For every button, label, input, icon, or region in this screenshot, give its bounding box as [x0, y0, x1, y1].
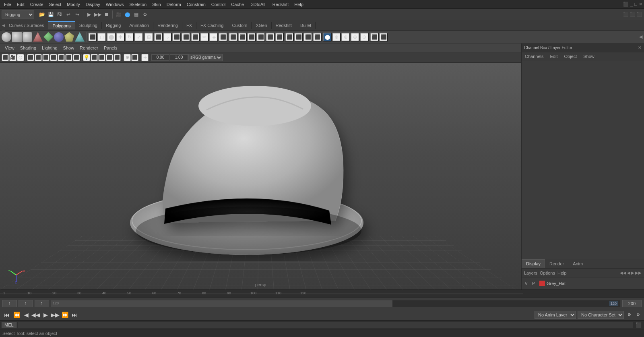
tb2-crease[interactable]: ⬛ — [219, 33, 227, 41]
gamma-input1[interactable] — [151, 54, 169, 61]
tb2-camera[interactable]: ⬤ — [323, 33, 332, 41]
vp-tb-uv[interactable]: ⬛ — [50, 54, 57, 61]
tb2-move[interactable]: ✚ — [116, 33, 125, 41]
cylinder-shader[interactable] — [23, 32, 32, 42]
tb2-fill[interactable]: ⬛ — [182, 33, 190, 41]
layer-visibility[interactable]: V — [525, 281, 530, 286]
window-close[interactable]: ✕ — [639, 2, 642, 7]
vp-menu-lighting[interactable]: Lighting — [39, 45, 60, 51]
mel-button[interactable]: MEL — [2, 322, 17, 328]
dra-tab-anim[interactable]: Anim — [568, 259, 587, 268]
vp-tb-ao[interactable]: ⬛ — [98, 54, 105, 61]
anim-step-fwd[interactable]: ▶▶ — [51, 311, 60, 319]
tb2-reduce[interactable]: ⬛ — [275, 33, 284, 41]
render-seq-btn[interactable]: ▦ — [132, 10, 140, 19]
tab-polygons[interactable]: Polygons — [48, 21, 75, 29]
open-file-btn[interactable]: 📂 — [38, 10, 46, 19]
right-icon-1[interactable]: ◀ — [639, 34, 642, 39]
tb2-paint[interactable]: ⬤ — [107, 33, 116, 41]
options-btn[interactable]: Options — [540, 271, 555, 275]
redo-btn[interactable]: ↪ — [73, 10, 81, 19]
vp-tb-motion[interactable]: ⬛ — [106, 54, 113, 61]
tb2-retopo[interactable]: ⬛ — [256, 33, 265, 41]
tb2-combine[interactable]: ⊞ — [144, 33, 153, 41]
script-icon[interactable]: ⬛ — [634, 321, 642, 329]
render-options-btn[interactable]: ⚙ — [141, 10, 149, 19]
render-settings-btn[interactable]: 🎥 — [114, 10, 122, 19]
vp-tb-lit[interactable]: ⬛ — [42, 54, 50, 61]
layer-arr2[interactable]: ◀ — [627, 271, 630, 275]
vp-tb-dof[interactable]: ⬛ — [114, 54, 121, 61]
tab-rigging[interactable]: Rigging — [102, 22, 125, 29]
dra-tab-render[interactable]: Render — [545, 259, 568, 268]
anim-next-key[interactable]: ⏩ — [60, 311, 69, 319]
tb2-smooth[interactable]: ⬛ — [238, 33, 247, 41]
menu-constrain[interactable]: Constrain — [184, 1, 208, 8]
tb2-icon-b[interactable]: ⬛ — [379, 33, 388, 41]
tb2-xray[interactable]: ⊙ — [360, 33, 369, 41]
mel-input[interactable] — [18, 322, 633, 328]
layer-color-swatch[interactable] — [539, 281, 545, 286]
tab-animation[interactable]: Animation — [125, 22, 153, 29]
tb2-snap[interactable]: ⊕ — [332, 33, 341, 41]
top-right-icon2[interactable]: ⬛ — [630, 12, 636, 17]
menu-create[interactable]: Create — [28, 1, 46, 8]
layer-arr1[interactable]: ◀◀ — [620, 271, 626, 275]
vp-tb-wireframe[interactable]: ⬛ — [27, 54, 34, 61]
tab-sculpting[interactable]: Sculpting — [75, 22, 102, 29]
vp-tb-xray[interactable]: ⬛ — [58, 54, 65, 61]
window-maximize[interactable]: □ — [634, 2, 637, 7]
tb2-grid[interactable]: ⊕ — [341, 33, 350, 41]
tab-fx-caching[interactable]: FX Caching — [196, 22, 228, 29]
torus-shader[interactable] — [54, 32, 64, 42]
menu-display[interactable]: Display — [83, 1, 103, 8]
tab-bullet[interactable]: Bullet — [296, 22, 316, 29]
vp-tb-manip[interactable]: ✛ — [141, 54, 149, 61]
anim-settings2[interactable]: ⚙ — [634, 311, 642, 319]
tb2-sym1[interactable]: ⬛ — [285, 33, 294, 41]
menu-skeleton[interactable]: Skeleton — [127, 1, 149, 8]
render-btn[interactable]: ⬤ — [123, 10, 131, 19]
dra-tab-display[interactable]: Display — [522, 259, 545, 268]
anim-goto-start[interactable]: ⏮ — [2, 311, 11, 319]
tb2-loopcut[interactable]: ✏ — [200, 33, 209, 41]
vp-tb-xray2[interactable]: ⬛ — [65, 54, 72, 61]
playback-end[interactable] — [622, 300, 642, 307]
anim-prev-key[interactable]: ⏪ — [12, 311, 21, 319]
layer-name[interactable]: Grey_Hat — [547, 281, 566, 286]
funnel-shader[interactable] — [64, 32, 74, 42]
vp-tb-isolate[interactable]: ⬛ — [131, 54, 138, 61]
cb-tab-show[interactable]: Show — [580, 52, 598, 61]
layer-arr3[interactable]: ▶ — [631, 271, 634, 275]
vp-tb-select[interactable]: ⬛ — [2, 54, 9, 61]
tb2-sym3[interactable]: ⬛ — [303, 33, 312, 41]
vp-tb-xray3[interactable]: ⬛ — [73, 54, 80, 61]
help-btn[interactable]: Help — [557, 271, 567, 275]
vp-tb-light[interactable]: 💡 — [83, 54, 90, 61]
channel-box-close-btn[interactable]: ✕ — [638, 45, 642, 50]
menu-help[interactable]: Help — [292, 1, 306, 8]
menu-select[interactable]: Select — [47, 1, 64, 8]
no-anim-layer-dropdown[interactable]: No Anim Layer — [535, 311, 576, 319]
cb-tab-channels[interactable]: Channels — [522, 52, 547, 61]
no-char-set-dropdown[interactable]: No Character Set — [578, 311, 624, 319]
cone-shader[interactable] — [33, 32, 43, 42]
anim-play[interactable]: ▶ — [41, 311, 50, 319]
layers-btn[interactable]: Layers — [524, 271, 537, 275]
vp-tb-smooth[interactable]: ⬛ — [35, 54, 42, 61]
gamma-input2[interactable] — [170, 54, 188, 61]
viewport[interactable]: X Y Z persp — [0, 63, 521, 289]
vp-menu-panels[interactable]: Panels — [101, 45, 120, 51]
diamond-shader[interactable] — [43, 32, 53, 42]
tab-fx[interactable]: FX — [182, 22, 196, 29]
menu-cache[interactable]: Cache — [229, 1, 246, 8]
top-right-icon1[interactable]: ⬛ — [623, 12, 629, 17]
menu-skin[interactable]: Skin — [150, 1, 163, 8]
window-minimize[interactable]: _ — [630, 2, 633, 7]
menu-deform[interactable]: Deform — [164, 1, 184, 8]
cb-tab-object[interactable]: Object — [561, 52, 580, 61]
timeline-ruler[interactable]: 1 10 20 30 40 50 60 70 80 90 100 110 120 — [0, 289, 644, 298]
vp-tb-grid[interactable]: ⊕ — [124, 54, 131, 61]
save-btn[interactable]: 💾 — [47, 10, 55, 19]
tb2-sym4[interactable]: ⬛ — [313, 33, 322, 41]
